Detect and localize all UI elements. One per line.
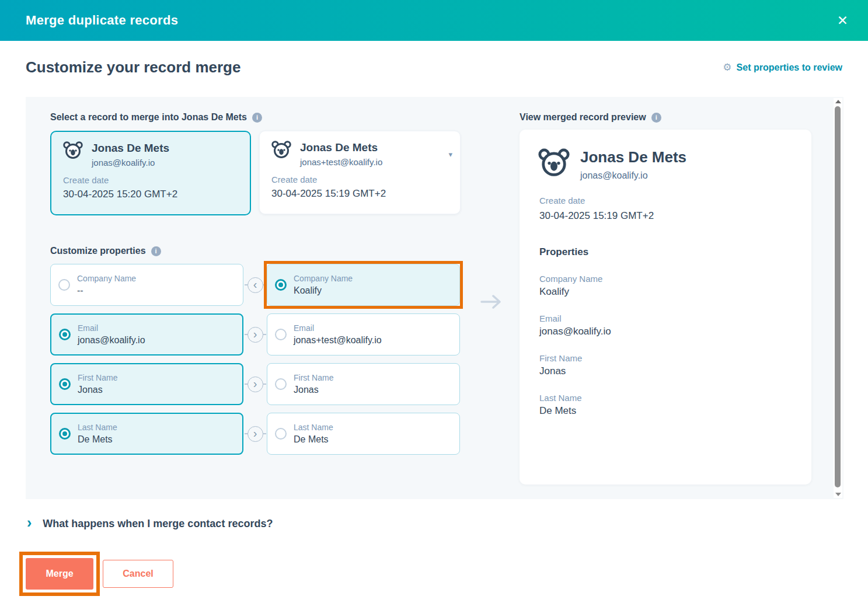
record-card-primary[interactable]: Jonas De Mets jonas@koalify.io Create da… [50,131,251,215]
connector-dash [263,284,266,285]
property-value: jonas@koalify.io [539,326,793,337]
scroll-down-arrow[interactable] [835,493,841,496]
merge-direction-connector: ‹ [243,264,267,306]
property-label: Email [78,323,145,333]
record-cards: Jonas De Mets jonas@koalify.io Create da… [50,131,486,215]
property-value: De Mets [78,434,117,445]
connector-dash [245,334,247,335]
chevron-down-icon[interactable]: ▾ [448,150,452,159]
action-buttons: Merge Cancel [19,552,173,596]
record-name: Jonas De Mets [300,141,382,154]
property-label: Email [294,323,382,333]
property-value: Koalify [294,285,353,296]
connector-dash [245,384,247,385]
property-value: -- [77,285,136,296]
merged-record-preview-card: Jonas De Mets jonas@koalify.io Create da… [520,130,811,485]
cancel-button[interactable]: Cancel [103,560,173,588]
page-title: Customize your record merge [26,58,240,76]
property-row-first-name: First Name Jonas › First Name Jonas [50,363,486,405]
select-record-title: Select a record to merge into Jonas De M… [50,112,486,123]
chevron-right-icon: › [247,377,263,392]
preview-section: View merged record preview i Jonas De Me… [520,112,811,485]
merge-direction-connector: › [243,413,267,455]
preview-property: First Name Jonas [539,353,793,377]
connector-dash [263,334,266,335]
chevron-right-icon: › [247,426,263,442]
property-option-right[interactable]: Email jonas+test@koalify.io [267,313,460,355]
annotation-highlight-box: Merge [19,552,100,596]
create-date-label: Create date [63,175,238,185]
chevron-left-icon: ‹ [247,277,263,293]
create-date-label: Create date [539,196,793,205]
heading-row: Customize your record merge ⚙ Set proper… [26,58,842,76]
create-date-label: Create date [271,175,448,184]
create-date-value: 30-04-2025 15:20 GMT+2 [63,189,238,200]
property-option-right[interactable]: Last Name De Mets [267,413,460,455]
scrollbar-thumb[interactable] [835,106,841,487]
preview-title-text: View merged record preview [520,112,646,123]
preview-title: View merged record preview i [520,112,811,123]
radio-checked[interactable] [59,428,71,440]
merge-button[interactable]: Merge [26,558,93,590]
radio-unchecked[interactable] [58,279,70,291]
property-value: jonas@koalify.io [78,335,145,346]
connector-dash [245,284,247,285]
merge-panel: Select a record to merge into Jonas De M… [26,97,843,499]
record-name: Jonas De Mets [92,142,169,155]
merge-direction-connector: › [243,313,267,355]
property-label: First Name [294,373,333,382]
radio-unchecked[interactable] [275,428,287,440]
property-option-left[interactable]: Last Name De Mets [50,413,243,455]
info-icon[interactable]: i [252,113,262,123]
property-value: Jonas [294,385,333,395]
property-label: Last Name [539,393,793,403]
property-option-left[interactable]: Email jonas@koalify.io [50,313,243,355]
property-option-right[interactable]: First Name Jonas [267,363,460,405]
radio-unchecked[interactable] [275,378,287,390]
arrow-right-icon [480,293,503,313]
close-icon[interactable]: ✕ [837,14,848,27]
radio-unchecked[interactable] [275,329,287,340]
radio-checked[interactable] [275,279,287,291]
disclosure-label: What happens when I merge contact record… [43,518,273,530]
property-row-last-name: Last Name De Mets › Last Name De Mets [50,413,486,455]
property-label: First Name [78,373,117,382]
chevron-right-icon: › [27,515,32,532]
record-email: jonas+test@koalify.io [300,157,382,167]
radio-checked[interactable] [59,378,71,390]
select-record-title-text: Select a record to merge into Jonas De M… [50,112,247,123]
vertical-scrollbar[interactable] [834,98,842,498]
preview-properties-title: Properties [539,246,793,258]
create-date-value: 30-04-2025 15:19 GMT+2 [539,210,793,222]
record-card-secondary[interactable]: Jonas De Mets jonas+test@koalify.io Crea… [259,131,461,214]
set-properties-link[interactable]: ⚙ Set properties to review [723,61,842,74]
scroll-up-arrow[interactable] [835,100,841,103]
connector-dash [263,384,266,385]
preview-property: Last Name De Mets [539,393,793,417]
property-value: De Mets [539,405,793,417]
koala-avatar-icon [63,141,83,161]
record-email: jonas@koalify.io [92,158,169,168]
customize-properties-title: Customize properties i [50,246,486,256]
property-value: De Mets [294,434,333,445]
property-option-left[interactable]: Company Name -- [50,264,243,306]
info-icon[interactable]: i [151,246,161,256]
connector-dash [263,433,266,434]
preview-property: Email jonas@koalify.io [539,313,793,337]
property-value: Jonas [539,365,793,377]
property-label: First Name [539,353,793,363]
property-option-right[interactable]: Company Name Koalify [267,264,460,306]
info-icon[interactable]: i [651,113,661,123]
gear-icon: ⚙ [723,61,731,74]
select-record-section: Select a record to merge into Jonas De M… [50,112,486,462]
connector-dash [245,433,247,434]
property-value: Koalify [539,286,793,298]
modal-header: Merge duplicate records ✕ [0,0,868,41]
merge-direction-connector: › [243,363,267,405]
property-option-left[interactable]: First Name Jonas [50,363,243,405]
radio-checked[interactable] [59,329,71,340]
customize-properties-title-text: Customize properties [50,246,146,256]
koala-avatar-icon [538,148,570,179]
preview-record-email: jonas@koalify.io [580,170,686,181]
merge-faq-disclosure[interactable]: › What happens when I merge contact reco… [27,515,273,532]
